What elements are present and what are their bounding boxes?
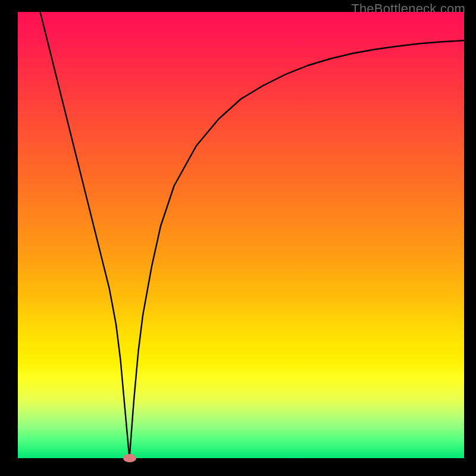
- bottleneck-curve: [40, 12, 465, 458]
- plot-area: [18, 12, 464, 458]
- curve-svg: [18, 12, 464, 458]
- chart-frame: TheBottleneck.com: [0, 0, 476, 476]
- min-marker: [123, 454, 136, 462]
